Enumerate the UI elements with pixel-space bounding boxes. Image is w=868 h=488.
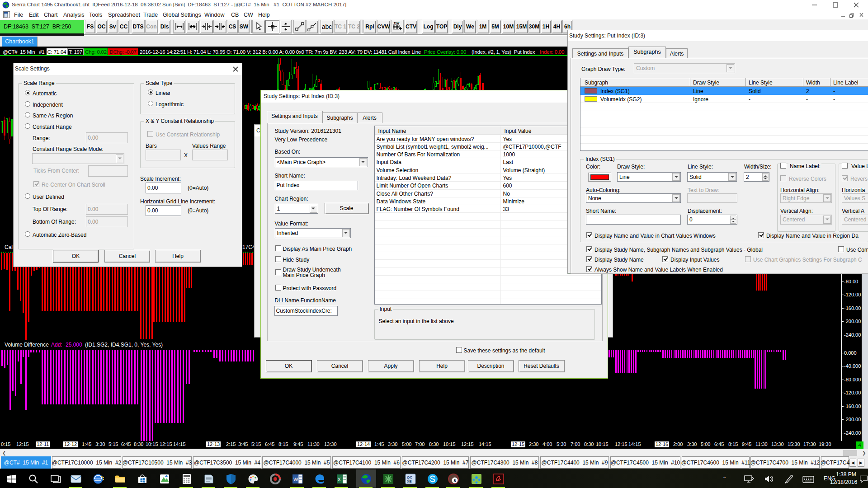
svg-text:TVW: TVW <box>394 22 400 24</box>
svg-text:8: 8 <box>454 479 456 483</box>
svg-text:X: X <box>338 477 341 482</box>
svg-text:QC: QC <box>407 475 412 479</box>
svg-text:W: W <box>293 477 298 482</box>
svg-text:XE: XE <box>407 479 412 483</box>
